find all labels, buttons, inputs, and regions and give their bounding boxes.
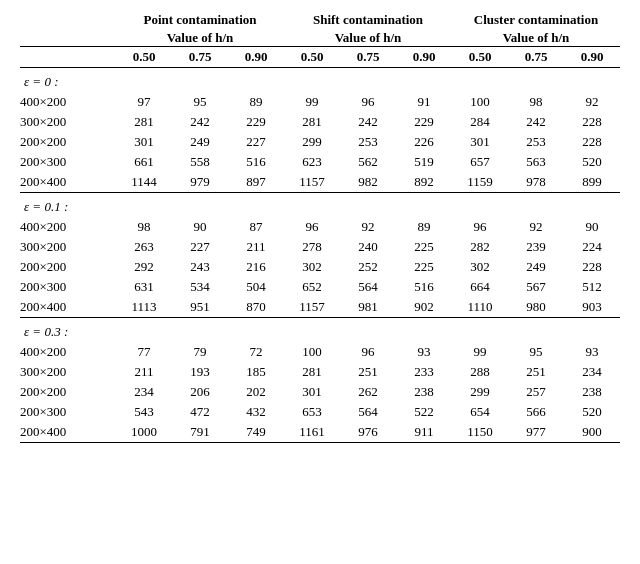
cell-value: 432	[228, 402, 284, 422]
cell-value: 242	[508, 112, 564, 132]
cell-value: 77	[116, 342, 172, 362]
cell-value: 99	[284, 92, 340, 112]
cell-value: 516	[396, 277, 452, 297]
cell-value: 96	[284, 217, 340, 237]
cell-value: 228	[564, 132, 620, 152]
cell-value: 211	[228, 237, 284, 257]
cell-value: 91	[396, 92, 452, 112]
cell-value: 233	[396, 362, 452, 382]
table-row: 200×200301249227299253226301253228	[20, 132, 620, 152]
cell-value: 657	[452, 152, 508, 172]
eps-label-2: ε = 0.3 :	[20, 318, 620, 343]
cell-value: 96	[452, 217, 508, 237]
table-row: 400×2007779721009693999593	[20, 342, 620, 362]
cell-value: 95	[172, 92, 228, 112]
cell-value: 281	[284, 362, 340, 382]
cell-value: 96	[340, 92, 396, 112]
cell-value: 623	[284, 152, 340, 172]
cell-value: 302	[452, 257, 508, 277]
cell-value: 226	[396, 132, 452, 152]
cell-value: 251	[508, 362, 564, 382]
row-label: 200×300	[20, 152, 116, 172]
empty-header	[20, 10, 116, 28]
cell-value: 472	[172, 402, 228, 422]
cell-value: 282	[452, 237, 508, 257]
cell-value: 301	[452, 132, 508, 152]
cell-value: 281	[284, 112, 340, 132]
col-value-header-row: 0.50 0.75 0.90 0.50 0.75 0.90 0.50 0.75 …	[20, 47, 620, 68]
cell-value: 1110	[452, 297, 508, 318]
cell-value: 99	[452, 342, 508, 362]
cell-value: 257	[508, 382, 564, 402]
eps-label-row-0: ε = 0 :	[20, 68, 620, 93]
data-table: Point contamination Shift contamination …	[20, 10, 620, 443]
col-val-8: 0.90	[564, 47, 620, 68]
col-sub-header-row: Value of h/n Value of h/n Value of h/n	[20, 28, 620, 47]
cell-value: 900	[564, 422, 620, 443]
empty-col-label	[20, 47, 116, 68]
table-row: 400×200989087969289969290	[20, 217, 620, 237]
table-row: 300×200211193185281251233288251234	[20, 362, 620, 382]
cell-value: 240	[340, 237, 396, 257]
cell-value: 978	[508, 172, 564, 193]
cell-value: 92	[340, 217, 396, 237]
cell-value: 981	[340, 297, 396, 318]
cell-value: 278	[284, 237, 340, 257]
cell-value: 504	[228, 277, 284, 297]
cell-value: 512	[564, 277, 620, 297]
cell-value: 977	[508, 422, 564, 443]
cell-value: 911	[396, 422, 452, 443]
col-val-0: 0.50	[116, 47, 172, 68]
table-row: 200×300661558516623562519657563520	[20, 152, 620, 172]
cell-value: 661	[116, 152, 172, 172]
cell-value: 654	[452, 402, 508, 422]
cell-value: 100	[284, 342, 340, 362]
cell-value: 185	[228, 362, 284, 382]
cell-value: 89	[396, 217, 452, 237]
cell-value: 631	[116, 277, 172, 297]
cell-value: 652	[284, 277, 340, 297]
cell-value: 216	[228, 257, 284, 277]
cell-value: 227	[228, 132, 284, 152]
cell-value: 897	[228, 172, 284, 193]
cell-value: 951	[172, 297, 228, 318]
cell-value: 563	[508, 152, 564, 172]
cell-value: 564	[340, 402, 396, 422]
cell-value: 558	[172, 152, 228, 172]
cell-value: 263	[116, 237, 172, 257]
row-label: 200×200	[20, 257, 116, 277]
row-label: 200×300	[20, 277, 116, 297]
empty-sub-header	[20, 28, 116, 47]
cell-value: 516	[228, 152, 284, 172]
col-group-header-row: Point contamination Shift contamination …	[20, 10, 620, 28]
shift-value-label: Value of h/n	[284, 28, 452, 47]
cell-value: 90	[172, 217, 228, 237]
cell-value: 1150	[452, 422, 508, 443]
cell-value: 202	[228, 382, 284, 402]
cell-value: 253	[340, 132, 396, 152]
table-row: 200×400111395187011579819021110980903	[20, 297, 620, 318]
cell-value: 288	[452, 362, 508, 382]
table-row: 200×300543472432653564522654566520	[20, 402, 620, 422]
cell-value: 1159	[452, 172, 508, 193]
cell-value: 93	[564, 342, 620, 362]
cell-value: 566	[508, 402, 564, 422]
cell-value: 299	[284, 132, 340, 152]
cell-value: 292	[116, 257, 172, 277]
cell-value: 234	[116, 382, 172, 402]
cell-value: 892	[396, 172, 452, 193]
cell-value: 262	[340, 382, 396, 402]
cell-value: 1000	[116, 422, 172, 443]
cell-value: 96	[340, 342, 396, 362]
table-row: 200×400100079174911619769111150977900	[20, 422, 620, 443]
col-val-3: 0.50	[284, 47, 340, 68]
col-val-6: 0.50	[452, 47, 508, 68]
row-label: 300×200	[20, 362, 116, 382]
cell-value: 228	[564, 112, 620, 132]
cell-value: 89	[228, 92, 284, 112]
cell-value: 97	[116, 92, 172, 112]
cell-value: 520	[564, 152, 620, 172]
cluster-contamination-header: Cluster contamination	[452, 10, 620, 28]
cell-value: 242	[340, 112, 396, 132]
table-row: 400×2009795899996911009892	[20, 92, 620, 112]
